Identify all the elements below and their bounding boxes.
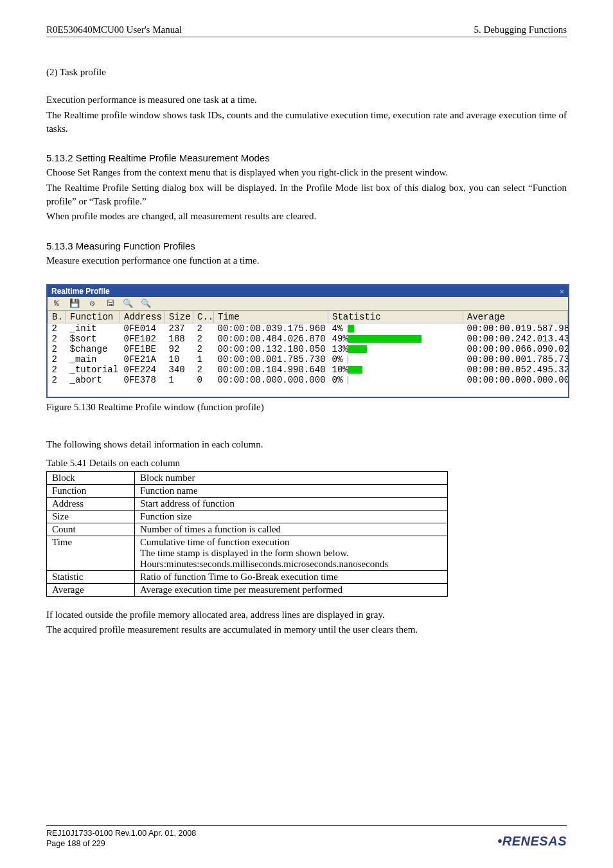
sec-5-13-3-p1: Measure execution performance one functi… — [46, 254, 567, 267]
detail-key: Statistic — [47, 571, 135, 584]
col-function[interactable]: Function — [66, 311, 120, 323]
cell-size: 340 — [165, 365, 193, 375]
cell-size: 1 — [165, 375, 193, 385]
page-footer: REJ10J1733-0100 Rev.1.00 Apr. 01, 2008 P… — [46, 825, 567, 849]
table-row[interactable]: 2_init0FE014237200:00:00.039.175.9604%00… — [48, 323, 568, 334]
cell-address: 0FE378 — [120, 375, 165, 385]
cell-time: 00:00:00.000.000.000 — [214, 375, 328, 385]
cell-b: 2 — [48, 375, 66, 385]
cell-address: 0FE1BE — [120, 344, 165, 354]
percent-icon[interactable]: % — [51, 299, 62, 309]
detail-key: Average — [47, 584, 135, 597]
col-size[interactable]: Size — [165, 311, 193, 323]
task-profile-p1: Execution performance is measured one ta… — [46, 93, 567, 107]
renesas-logo: •RENESAS — [497, 834, 567, 849]
cell-address: 0FE21A — [120, 354, 165, 365]
cell-function: _abort — [66, 375, 120, 385]
detail-row: TimeCumulative time of function executio… — [47, 536, 448, 571]
cell-b: 2 — [48, 323, 66, 334]
cell-count: 1 — [193, 354, 214, 365]
col-b[interactable]: B. — [48, 311, 66, 323]
sec-5-13-2-p2: The Realtime Profile Setting dialog box … — [46, 181, 567, 209]
cell-b: 2 — [48, 354, 66, 365]
col-time[interactable]: Time — [214, 311, 328, 323]
cell-average: 00:00:00.066.090.020 — [463, 344, 568, 354]
detail-val: Start address of function — [135, 498, 448, 511]
profile-table: B. Function Address Size C.. Time Statis… — [48, 311, 568, 385]
cell-statistic: 4% — [328, 323, 463, 334]
cell-time: 00:00:00.039.175.960 — [214, 323, 328, 334]
detail-key: Block — [47, 472, 135, 485]
save-icon[interactable]: 💾 — [69, 298, 80, 308]
detail-row: SizeFunction size — [47, 511, 448, 523]
cell-statistic: 0% — [328, 375, 463, 385]
detail-row: StatisticRatio of function Time to Go-Br… — [47, 571, 448, 584]
table-row[interactable]: 2$change0FE1BE92200:00:00.132.180.05013%… — [48, 344, 568, 354]
table-header-row: B. Function Address Size C.. Time Statis… — [48, 311, 568, 323]
after-p2: The acquired profile measurement results… — [46, 623, 567, 637]
sec-5-13-2-p1: Choose Set Ranges from the context menu … — [46, 166, 567, 179]
disk-icon[interactable]: 🖫 — [105, 299, 115, 309]
cell-time: 00:00:00.001.785.730 — [214, 354, 328, 365]
col-statistic[interactable]: Statistic — [328, 311, 463, 323]
close-icon[interactable]: ✕ — [560, 287, 564, 296]
task-profile-p2: The Realtime profile window shows task I… — [46, 109, 567, 136]
detail-val: Function name — [135, 485, 448, 498]
cell-size: 92 — [165, 344, 193, 354]
detail-val: Ratio of function Time to Go-Break execu… — [135, 571, 448, 584]
table-row[interactable]: 2$sort0FE102188200:00:00.484.026.87049%0… — [48, 334, 568, 344]
window-titlebar: Realtime Profile ✕ — [48, 285, 568, 297]
footer-rev: REJ10J1733-0100 Rev.1.00 Apr. 01, 2008 — [46, 828, 196, 838]
realtime-profile-window: Realtime Profile ✕ % 💾 ⚙ 🖫 🔍 🔍 B. Functi… — [46, 284, 569, 398]
window-title: Realtime Profile — [51, 287, 110, 296]
cell-statistic: 10% — [328, 365, 463, 375]
sec-5-13-2-p3: When profile modes are changed, all meas… — [46, 210, 567, 223]
footer-page: Page 188 of 229 — [46, 838, 196, 849]
find-next-icon[interactable]: 🔍 — [141, 298, 151, 308]
details-table: BlockBlock numberFunctionFunction nameAd… — [46, 471, 448, 597]
detail-key: Function — [47, 485, 135, 498]
col-average[interactable]: Average — [463, 311, 568, 323]
cell-b: 2 — [48, 365, 66, 375]
table-row[interactable]: 2_abort0FE3781000:00:00.000.000.0000%00:… — [48, 375, 568, 385]
cell-statistic: 13% — [328, 344, 463, 354]
detail-key: Size — [47, 511, 135, 523]
cell-function: $change — [66, 344, 120, 354]
detail-val: Cumulative time of function execution Th… — [135, 536, 448, 571]
table-row[interactable]: 2_main0FE21A10100:00:00.001.785.7300%00:… — [48, 354, 568, 365]
cell-count: 2 — [193, 334, 214, 344]
cell-average: 00:00:00.001.785.730 — [463, 354, 568, 365]
detail-table-caption: Table 5.41 Details on each column — [46, 457, 567, 470]
detail-val: Block number — [135, 472, 448, 485]
toolbar: % 💾 ⚙ 🖫 🔍 🔍 — [48, 297, 568, 311]
find-icon[interactable]: 🔍 — [123, 298, 133, 308]
cell-count: 0 — [193, 375, 214, 385]
cell-address: 0FE014 — [120, 323, 165, 334]
cell-average: 00:00:00.242.013.430 — [463, 334, 568, 344]
detail-val: Number of times a function is called — [135, 523, 448, 536]
config-icon[interactable]: ⚙ — [87, 298, 98, 308]
detail-row: BlockBlock number — [47, 472, 448, 485]
cell-statistic: 49% — [328, 334, 463, 344]
cell-size: 10 — [165, 354, 193, 365]
detail-key: Count — [47, 523, 135, 536]
cell-function: _init — [66, 323, 120, 334]
cell-time: 00:00:00.132.180.050 — [214, 344, 328, 354]
cell-time: 00:00:00.104.990.640 — [214, 365, 328, 375]
detail-val: Average execution time per measurement p… — [135, 584, 448, 597]
col-count[interactable]: C.. — [193, 311, 214, 323]
detail-row: AddressStart address of function — [47, 498, 448, 511]
cell-count: 2 — [193, 344, 214, 354]
cell-function: $sort — [66, 334, 120, 344]
header-left: R0E530640MCU00 User's Manual — [46, 24, 182, 35]
detail-val: Function size — [135, 511, 448, 523]
detail-key: Address — [47, 498, 135, 511]
cell-average: 00:00:00.000.000.000 — [463, 375, 568, 385]
table-row[interactable]: 2_tutorial0FE224340200:00:00.104.990.640… — [48, 365, 568, 375]
cell-average: 00:00:00.019.587.980 — [463, 323, 568, 334]
detail-row: FunctionFunction name — [47, 485, 448, 498]
cell-time: 00:00:00.484.026.870 — [214, 334, 328, 344]
cell-b: 2 — [48, 334, 66, 344]
cell-size: 188 — [165, 334, 193, 344]
col-address[interactable]: Address — [120, 311, 165, 323]
